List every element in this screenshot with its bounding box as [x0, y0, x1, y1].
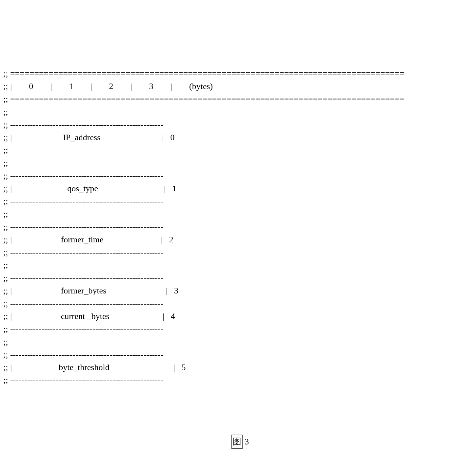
- header-rule-bottom: ;; =====================================…: [3, 94, 404, 104]
- field-qos-type: ;; | qos_type | 1: [3, 184, 176, 193]
- field-byte-threshold: ;; | byte_threshold | 5: [3, 363, 186, 372]
- blank-row: ;;: [3, 209, 8, 219]
- header-col-2: 2: [109, 82, 113, 91]
- field-name: qos_type: [67, 184, 98, 193]
- header-row: ;; | 0 | 1 | 2 | 3 | (bytes): [3, 82, 213, 91]
- field-rule: ;; -------------------------------------…: [3, 248, 164, 257]
- field-rule: ;; -------------------------------------…: [3, 120, 164, 129]
- field-name: former_time: [61, 235, 104, 244]
- field-offset: 0: [170, 133, 174, 142]
- field-rule: ;; -------------------------------------…: [3, 375, 164, 385]
- header-bytes-label: (bytes): [189, 82, 213, 91]
- field-rule: ;; -------------------------------------…: [3, 222, 164, 232]
- caption-number: 3: [245, 437, 249, 446]
- field-ip-address: ;; | IP_address | 0: [3, 133, 174, 142]
- blank-row: ;;: [3, 337, 8, 347]
- field-offset: 2: [169, 235, 173, 244]
- field-name: former_bytes: [61, 286, 107, 295]
- field-offset: 3: [174, 286, 178, 295]
- header-col-1: 1: [69, 82, 73, 91]
- field-rule: ;; -------------------------------------…: [3, 324, 164, 334]
- field-rule: ;; -------------------------------------…: [3, 273, 164, 283]
- field-rule: ;; -------------------------------------…: [3, 145, 164, 155]
- header-col-3: 3: [149, 82, 153, 91]
- field-former-time: ;; | former_time | 2: [3, 235, 173, 244]
- header-col-0: 0: [29, 82, 33, 91]
- blank-row: ;;: [3, 260, 8, 270]
- field-current-bytes: ;; | current _bytes | 4: [3, 311, 175, 321]
- field-offset: 1: [172, 184, 176, 193]
- field-name: IP_address: [63, 133, 100, 142]
- blank-row: ;;: [3, 158, 8, 168]
- field-name: current _bytes: [61, 311, 109, 321]
- blank-row: ;;: [3, 107, 8, 117]
- field-rule: ;; -------------------------------------…: [3, 171, 164, 180]
- figure-caption: 图 3: [3, 422, 473, 449]
- field-offset: 5: [181, 363, 186, 372]
- field-name: byte_threshold: [59, 363, 109, 372]
- field-former-bytes: ;; | former_bytes | 3: [3, 286, 178, 295]
- header-rule-top: ;; =====================================…: [3, 69, 404, 78]
- field-offset: 4: [171, 311, 175, 321]
- field-rule: ;; -------------------------------------…: [3, 350, 164, 359]
- field-rule: ;; -------------------------------------…: [3, 197, 164, 206]
- caption-label: 图: [231, 435, 243, 449]
- byte-structure-diagram: ;; =====================================…: [3, 54, 473, 386]
- field-rule: ;; -------------------------------------…: [3, 299, 164, 308]
